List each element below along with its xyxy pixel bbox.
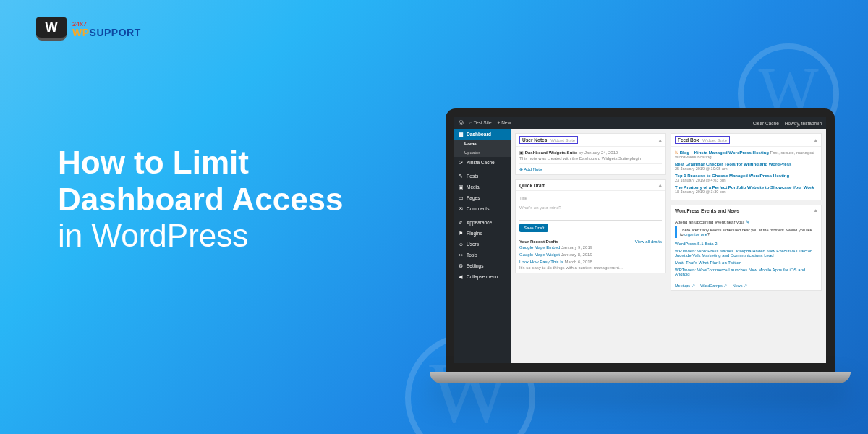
comment-icon: ✉ [459, 206, 464, 211]
title-line-3: in WordPress [58, 218, 344, 255]
organize-event-link[interactable]: organize one [684, 232, 707, 237]
sidebar-item-tools[interactable]: ✂Tools [454, 250, 511, 260]
toggle-icon[interactable] [814, 208, 817, 213]
sidebar-item-settings[interactable]: ⚙Settings [454, 260, 511, 271]
sidebar-item-posts[interactable]: ✎Posts [454, 171, 511, 182]
user-icon: ☺ [459, 242, 464, 247]
note-icon: ▣ [519, 150, 524, 155]
user-notes-widget: User Notes Widget Suite ▣ Dashboard Widg… [515, 133, 666, 175]
toggle-icon[interactable] [659, 137, 662, 143]
toggle-icon[interactable] [814, 137, 817, 143]
quick-draft-widget: Quick Draft Title What's on your mind? S… [515, 179, 666, 273]
sidebar-item-media[interactable]: ▣Media [454, 182, 511, 192]
title-line-1: How to Limit [58, 145, 344, 182]
draft-content-input[interactable]: What's on your mind? [519, 203, 662, 221]
wordpress-dashboard-screenshot: Ⓦ ⌂ Test Site + New Clear Cache Howdy, t… [454, 117, 826, 363]
note-text: This note was created with the Dashboard… [519, 156, 662, 161]
save-draft-button[interactable]: Save Draft [519, 224, 548, 232]
sidebar-sub-home[interactable]: Home [454, 140, 511, 148]
brand-logo: W 24x7 WPSUPPORT [36, 17, 141, 41]
laptop-mockup: Ⓦ ⌂ Test Site + New Clear Cache Howdy, t… [446, 109, 835, 383]
sidebar-collapse-button[interactable]: ◀Collapse menu [454, 271, 511, 282]
gear-icon: ⚙ [459, 263, 464, 268]
draft-item[interactable]: Google Maps Embed January 9, 2019 [519, 244, 662, 251]
events-attend-text: Attend an upcoming event near you. [675, 220, 744, 224]
cache-icon: ⟳ [459, 160, 464, 165]
news-link[interactable]: News ↗ [733, 284, 747, 288]
sidebar-item-users[interactable]: ☺Users [454, 239, 511, 250]
draft-title-input[interactable]: Title [519, 194, 662, 203]
feed-item[interactable]: Best Grammar Checker Tools for Writing a… [675, 162, 817, 171]
toggle-icon[interactable] [659, 182, 662, 188]
feed-item[interactable]: Top 9 Reasons to Choose Managed WordPres… [675, 174, 817, 182]
sidebar-item-comments[interactable]: ✉Comments [454, 203, 511, 214]
brush-icon: ✐ [459, 220, 464, 225]
wp-admin-sidebar: ▦Dashboard Home Updates ⟳Kinsta Cache ✎P… [454, 129, 511, 363]
draft-excerpt: It's so easy to do things with a content… [519, 265, 662, 270]
feed-box-widget: Feed Box Widget Suite ℕ Blog – Kinsta Ma… [671, 133, 822, 200]
no-events-message: There aren't any events scheduled near y… [675, 226, 817, 238]
page-icon: ▭ [459, 195, 464, 200]
view-all-drafts-link[interactable]: View all drafts [635, 239, 662, 244]
site-name-link[interactable]: ⌂ Test Site [469, 120, 492, 127]
news-item[interactable]: WPTavern: WooCommerce Launches New Mobil… [675, 266, 817, 278]
news-item[interactable]: WPTavern: WordPress Names Josepha Haden … [675, 247, 817, 259]
add-note-link[interactable]: ⊕ Add Note [519, 167, 542, 171]
laptop-base [430, 372, 851, 383]
draft-item[interactable]: Look How Easy This Is March 6, 2018 [519, 258, 662, 265]
news-item[interactable]: Matt: That's What Plank on Twitter [675, 259, 817, 266]
brand-name: WPSUPPORT [72, 27, 141, 38]
collapse-icon: ◀ [459, 274, 464, 279]
dashboard-icon: ▦ [459, 132, 464, 137]
howdy-user-link[interactable]: Howdy, testadmin [785, 121, 822, 126]
news-item[interactable]: WordPress 5.1 Beta 2 [675, 240, 817, 247]
sidebar-item-dashboard[interactable]: ▦Dashboard [454, 129, 511, 140]
feed-item[interactable]: ℕ Blog – Kinsta Managed WordPress Hostin… [675, 150, 817, 159]
sidebar-item-appearance[interactable]: ✐Appearance [454, 217, 511, 228]
sidebar-sub-updates[interactable]: Updates [454, 148, 511, 157]
meetups-link[interactable]: Meetups ↗ [675, 284, 695, 288]
edit-location-icon[interactable]: ✎ [746, 220, 749, 224]
recent-drafts-heading: Your Recent Drafts [519, 239, 558, 244]
plugin-icon: ⚑ [459, 231, 464, 236]
draft-item[interactable]: Google Maps Widget January 8, 2019 [519, 251, 662, 258]
wp-logo-icon[interactable]: Ⓦ [459, 120, 464, 127]
pin-icon: ✎ [459, 174, 464, 179]
wordcamps-link[interactable]: WordCamps ↗ [700, 284, 727, 288]
new-content-button[interactable]: + New [498, 120, 511, 127]
feed-item[interactable]: The Anatomy of a Perfect Portfolio Websi… [675, 185, 817, 194]
sidebar-item-plugins[interactable]: ⚑Plugins [454, 228, 511, 239]
title-line-2: Dashboard Access [58, 182, 344, 218]
clear-cache-link[interactable]: Clear Cache [753, 121, 779, 126]
media-icon: ▣ [459, 184, 464, 190]
brand-logo-mark: W [36, 17, 67, 41]
page-title: How to Limit Dashboard Access in WordPre… [58, 145, 344, 255]
sidebar-item-kinsta-cache[interactable]: ⟳Kinsta Cache [454, 157, 511, 168]
wrench-icon: ✂ [459, 252, 464, 258]
wp-admin-bar[interactable]: Ⓦ ⌂ Test Site + New Clear Cache Howdy, t… [454, 117, 826, 129]
sidebar-item-pages[interactable]: ▭Pages [454, 192, 511, 203]
wp-events-news-widget: WordPress Events and News Attend an upco… [671, 205, 822, 291]
